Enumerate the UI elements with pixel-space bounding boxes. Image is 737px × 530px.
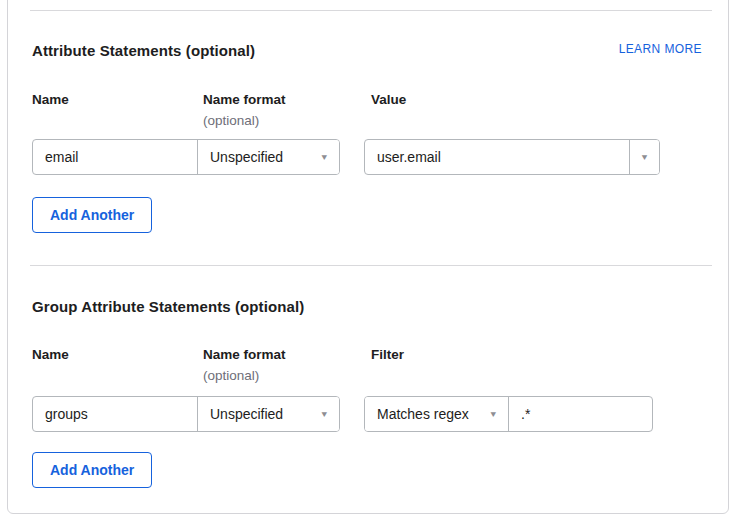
group-filter-value-input[interactable]	[508, 397, 652, 431]
column-label-value: Value	[371, 92, 406, 107]
chevron-down-icon: ▾	[321, 409, 327, 418]
chevron-down-icon: ▾	[321, 152, 327, 161]
page-root: Attribute Statements (optional) LEARN MO…	[0, 0, 737, 530]
attribute-name-format-selected-value: Unspecified	[210, 149, 283, 165]
group-column-label-name: Name	[32, 347, 69, 362]
section-divider-top	[30, 10, 712, 11]
chevron-down-icon: ▾	[490, 409, 496, 418]
name-format-optional-note: (optional)	[203, 113, 259, 128]
group-name-format-optional-note: (optional)	[203, 368, 259, 383]
attribute-value-group: ▾	[364, 139, 660, 175]
section-divider-middle	[30, 265, 712, 266]
attribute-name-format-group: Unspecified ▾	[32, 139, 340, 175]
group-filter-type-selected-value: Matches regex	[377, 406, 469, 422]
group-filter-group: Matches regex ▾	[364, 396, 653, 432]
group-add-another-button[interactable]: Add Another	[32, 452, 152, 488]
attribute-statements-title: Attribute Statements (optional)	[32, 43, 255, 59]
group-attribute-statements-title: Group Attribute Statements (optional)	[32, 299, 304, 315]
column-label-name-format: Name format	[203, 92, 286, 107]
group-column-label-name-format: Name format	[203, 347, 286, 362]
group-filter-type-select[interactable]: Matches regex ▾	[365, 397, 508, 431]
chevron-down-icon: ▾	[642, 152, 648, 161]
group-name-format-group: Unspecified ▾	[32, 396, 340, 432]
attribute-name-format-select[interactable]: Unspecified ▾	[197, 140, 339, 174]
group-name-input[interactable]	[33, 397, 197, 431]
learn-more-link[interactable]: LEARN MORE	[619, 42, 702, 56]
column-label-name: Name	[32, 92, 69, 107]
column-label-filter: Filter	[371, 347, 404, 362]
group-name-format-select[interactable]: Unspecified ▾	[197, 397, 339, 431]
attribute-add-another-button[interactable]: Add Another	[32, 197, 152, 233]
group-name-format-selected-value: Unspecified	[210, 406, 283, 422]
settings-card	[7, 0, 729, 514]
attribute-value-input[interactable]	[365, 140, 629, 174]
attribute-value-dropdown-button[interactable]: ▾	[629, 140, 659, 174]
attribute-name-input[interactable]	[33, 140, 197, 174]
